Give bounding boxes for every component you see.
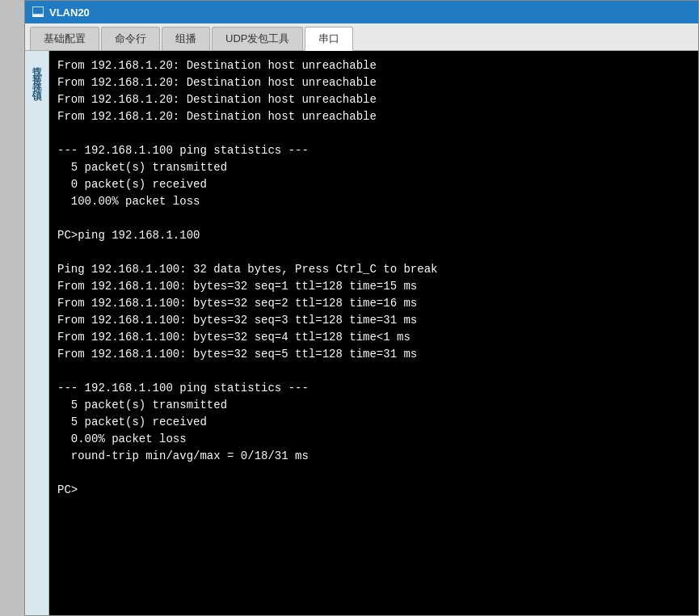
window-icon xyxy=(32,6,44,19)
sidebar-item-find[interactable]: 查找 xyxy=(28,57,45,61)
tab-bar: 基础配置 命令行 组播 UDP发包工具 串口 xyxy=(25,23,698,51)
tab-multicast[interactable]: 组播 xyxy=(162,27,210,50)
tab-command-line[interactable]: 命令行 xyxy=(101,27,160,50)
tab-udp-tool[interactable]: UDP发包工具 xyxy=(212,27,303,50)
title-bar: VLAN20 xyxy=(25,1,698,23)
sidebar-item-replace[interactable]: 替换 xyxy=(28,65,45,69)
sidebar-item-lock[interactable]: 锁镇 xyxy=(28,82,45,85)
window-title: VLAN20 xyxy=(49,6,90,19)
tab-basic-config[interactable]: 基础配置 xyxy=(30,27,99,50)
main-window: VLAN20 基础配置 命令行 组播 UDP发包工具 串口 查找 替换 选择 锁… xyxy=(24,0,699,616)
svg-rect-0 xyxy=(32,6,44,15)
left-sidebar: 查找 替换 选择 锁镇 xyxy=(25,51,49,615)
tab-serial[interactable]: 串口 xyxy=(305,27,353,51)
content-area: 查找 替换 选择 锁镇 From 192.168.1.20: Destinati… xyxy=(25,51,698,615)
sidebar-item-select[interactable]: 选择 xyxy=(28,74,45,77)
terminal-output[interactable]: From 192.168.1.20: Destination host unre… xyxy=(49,51,698,615)
